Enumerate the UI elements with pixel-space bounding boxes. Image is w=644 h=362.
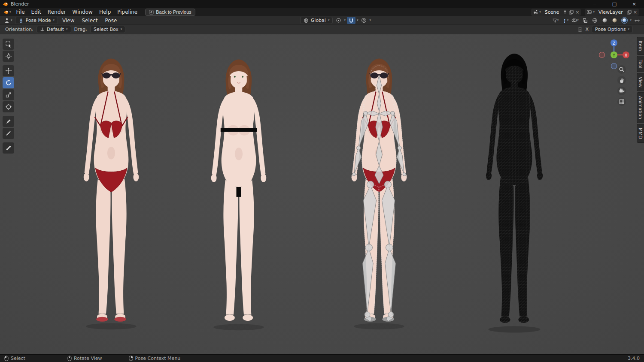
pan-hand-icon[interactable] <box>617 76 626 84</box>
tab-tool[interactable]: Tool <box>637 56 644 72</box>
status-pose-context-menu-label: Pose Context Menu <box>135 356 181 361</box>
editor-type-button[interactable]: ▾ <box>3 18 14 24</box>
model-bikini-character[interactable] <box>68 43 155 348</box>
menu-edit[interactable]: Edit <box>28 8 44 16</box>
new-viewlayer-icon[interactable] <box>627 10 632 15</box>
annotate-tool[interactable] <box>3 116 14 127</box>
drag-label: Drag: <box>74 27 87 32</box>
toolbar <box>3 39 14 154</box>
window-title: Blender <box>11 1 29 7</box>
chevron-down-icon: ▾ <box>557 19 559 22</box>
chevron-down-icon: ▾ <box>369 19 371 22</box>
gizmo-z-axis[interactable]: Z <box>613 41 615 45</box>
remove-viewlayer-icon[interactable]: × <box>633 9 637 15</box>
rotate-tool[interactable] <box>3 77 14 88</box>
viewport-nav-controls <box>617 65 626 106</box>
pose-options-dropdown[interactable]: Pose Options ▾ <box>592 26 633 33</box>
chevron-down-icon: ▾ <box>567 19 569 22</box>
snap-toggle[interactable] <box>347 17 355 24</box>
panel-grip-icon <box>577 27 583 32</box>
blender-logo-icon <box>3 1 8 7</box>
pivot-point-button[interactable] <box>334 17 343 24</box>
chevron-down-icon: ▾ <box>66 28 68 31</box>
model-armature-character[interactable] <box>336 43 422 348</box>
chevron-down-icon: ▾ <box>630 19 632 22</box>
scene-icon[interactable]: ▾ <box>533 9 541 15</box>
tab-view[interactable]: View <box>637 73 644 91</box>
orientation-dropdown[interactable]: Default ▾ <box>36 26 71 33</box>
orientation-label: Orientation: <box>5 27 33 32</box>
statusbar: Select Rotate View Pose Context Menu 3.4… <box>0 354 644 362</box>
chevron-down-icon: ▾ <box>577 19 579 22</box>
menu-help[interactable]: Help <box>96 8 114 16</box>
status-select: Select <box>4 356 25 361</box>
menu-pose[interactable]: Pose <box>102 17 120 24</box>
back-to-previous-label: Back to Previous <box>156 9 191 15</box>
pose-mode-icon <box>18 18 24 23</box>
orientation-value: Global <box>311 18 326 23</box>
viewport-header: ▾ Pose Mode ▾ View Select Pose Global ▾ … <box>0 16 644 25</box>
drag-value: Select Box <box>94 27 118 32</box>
titlebar: Blender − □ × <box>0 0 644 8</box>
cursor-tool[interactable] <box>3 51 14 62</box>
bone-tool[interactable] <box>3 142 14 154</box>
model-wireframe-character[interactable] <box>470 41 559 348</box>
back-to-previous-button[interactable]: Back to Previous <box>145 9 195 16</box>
scene-selector: ▾ Scene × <box>531 9 581 16</box>
move-tool[interactable] <box>3 65 14 76</box>
pose-options-label: Pose Options <box>595 27 626 32</box>
viewlayer-name[interactable]: ViewLayer <box>596 9 625 15</box>
viewlayer-selector: ▾ ViewLayer × <box>585 9 639 16</box>
proportional-editing-button[interactable] <box>359 17 368 24</box>
measure-tool[interactable] <box>3 128 14 139</box>
select-box-tool[interactable] <box>3 39 14 50</box>
tab-animation[interactable]: Animation <box>637 92 644 123</box>
chevron-down-icon: ▾ <box>328 19 330 22</box>
orthographic-toggle-icon[interactable] <box>617 97 626 106</box>
model-nude-censored-character[interactable] <box>195 45 282 348</box>
menu-file[interactable]: File <box>13 8 28 16</box>
menu-select[interactable]: Select <box>79 17 100 24</box>
overlays-dropdown[interactable]: ▾ <box>571 17 580 24</box>
xray-toggle[interactable] <box>581 17 589 24</box>
chevron-down-icon: ▾ <box>53 19 55 22</box>
chevron-down-icon: ▾ <box>593 11 595 14</box>
transform-orientation-dropdown[interactable]: Global ▾ <box>300 17 333 24</box>
close-button[interactable]: × <box>624 0 644 8</box>
maximize-button[interactable]: □ <box>605 0 624 8</box>
shading-solid-button[interactable] <box>601 17 609 24</box>
drag-dropdown[interactable]: Select Box ▾ <box>90 26 125 33</box>
right-mouse-icon <box>129 356 133 361</box>
gizmo-x-axis[interactable]: X <box>625 53 627 57</box>
menu-window[interactable]: Window <box>70 8 96 16</box>
pin-icon[interactable] <box>563 10 567 14</box>
visibility-filter-dropdown[interactable]: ▾ <box>551 17 560 24</box>
camera-view-icon[interactable] <box>617 87 626 95</box>
blender-app-menu-button[interactable]: ▾ <box>2 9 13 15</box>
viewlayer-icon[interactable]: ▾ <box>586 9 595 15</box>
x-mirror-label[interactable]: X <box>586 27 589 32</box>
unlink-scene-icon[interactable]: × <box>575 9 579 15</box>
zoom-icon[interactable] <box>617 65 626 74</box>
orientation-default-value: Default <box>47 27 64 32</box>
menu-pipeline[interactable]: Pipeline <box>114 8 140 16</box>
scale-tool[interactable] <box>3 89 14 100</box>
minimize-button[interactable]: − <box>585 0 605 8</box>
gizmos-dropdown[interactable]: ▾ <box>561 17 570 24</box>
new-scene-icon[interactable] <box>569 10 574 15</box>
menu-view[interactable]: View <box>59 17 77 24</box>
transform-controls-group: Global ▾ ▾ ▾ ▾ <box>300 17 371 24</box>
viewport-3d[interactable]: Z X Y Item Tool View Animation MMD <box>0 34 644 354</box>
chevron-down-icon: ▾ <box>357 19 358 22</box>
shading-material-button[interactable] <box>611 17 619 24</box>
tab-item[interactable]: Item <box>637 37 644 55</box>
scene-name[interactable]: Scene <box>543 9 562 15</box>
gizmo-y-axis[interactable]: Y <box>612 53 615 57</box>
header-overflow-icon[interactable] <box>633 17 641 24</box>
shading-rendered-button[interactable] <box>620 17 629 24</box>
menu-render[interactable]: Render <box>45 8 69 16</box>
shading-wireframe-button[interactable] <box>591 17 599 24</box>
mode-dropdown[interactable]: Pose Mode ▾ <box>15 17 58 24</box>
tab-mmd[interactable]: MMD <box>637 124 644 143</box>
transform-tool[interactable] <box>3 101 14 112</box>
